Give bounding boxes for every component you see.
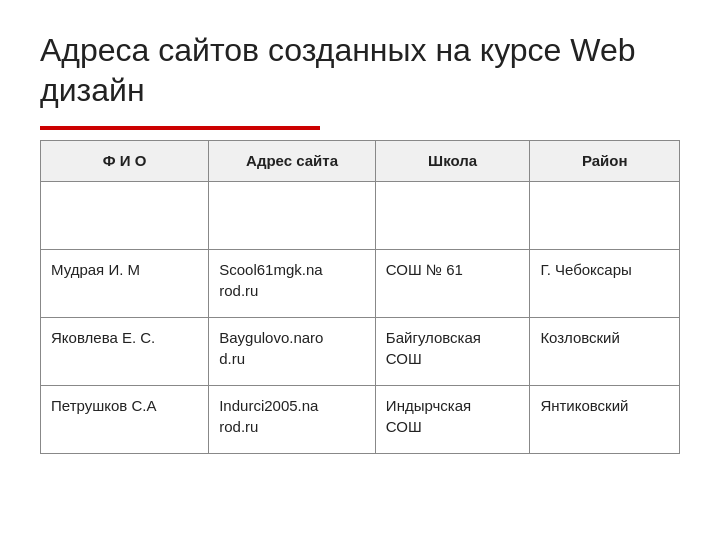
col-header-school: Школа xyxy=(375,141,530,182)
page-title: Адреса сайтов созданных на курсе Web диз… xyxy=(40,30,680,110)
table-cell xyxy=(375,182,530,250)
table-cell xyxy=(530,182,680,250)
table-row xyxy=(41,182,680,250)
sites-table: Ф И О Адрес сайта Школа Район Мудрая И. … xyxy=(40,140,680,454)
decorative-line xyxy=(40,126,320,130)
table-cell: Baygulovo.narod.ru xyxy=(209,318,376,386)
table-cell: ИндырчскаяСОШ xyxy=(375,386,530,454)
col-header-fio: Ф И О xyxy=(41,141,209,182)
table-cell: СОШ № 61 xyxy=(375,250,530,318)
table-cell: Янтиковский xyxy=(530,386,680,454)
table-cell: Петрушков С.А xyxy=(41,386,209,454)
col-header-address: Адрес сайта xyxy=(209,141,376,182)
table-cell: Indurci2005.narod.ru xyxy=(209,386,376,454)
col-header-district: Район xyxy=(530,141,680,182)
table-cell: Козловский xyxy=(530,318,680,386)
table-row: Яковлева Е. С.Baygulovo.narod.ruБайгулов… xyxy=(41,318,680,386)
table-cell xyxy=(209,182,376,250)
table-cell: Scool61mgk.narod.ru xyxy=(209,250,376,318)
table-row: Мудрая И. МScool61mgk.narod.ruСОШ № 61Г.… xyxy=(41,250,680,318)
table-cell: Яковлева Е. С. xyxy=(41,318,209,386)
table-cell: БайгуловскаяСОШ xyxy=(375,318,530,386)
table-row: Петрушков С.АIndurci2005.narod.ruИндырчс… xyxy=(41,386,680,454)
table-cell: Г. Чебоксары xyxy=(530,250,680,318)
table-cell: Мудрая И. М xyxy=(41,250,209,318)
table-cell xyxy=(41,182,209,250)
table-header-row: Ф И О Адрес сайта Школа Район xyxy=(41,141,680,182)
